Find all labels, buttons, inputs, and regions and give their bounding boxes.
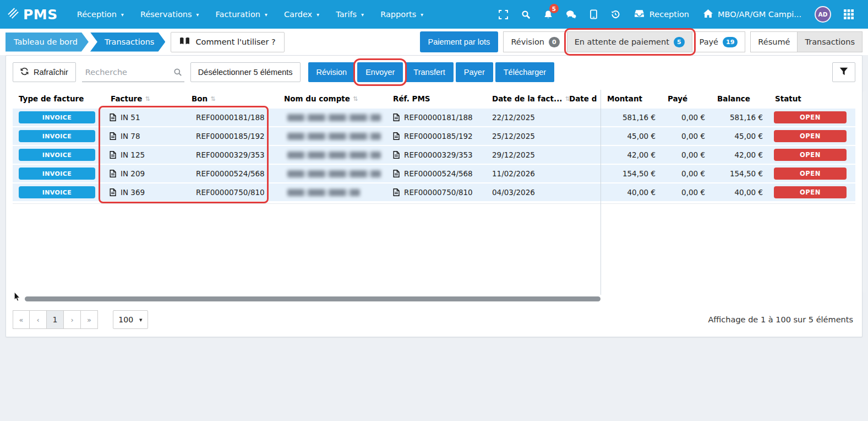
breadcrumb-dashboard[interactable]: Tableau de bord [6,33,89,52]
table-row[interactable]: INVOICE IN 125 REF00000329/353 REF000003… [13,146,855,164]
cell-bon: REF00000750/810 [192,183,284,201]
document-icon [110,114,116,121]
column-header-6: Date d [569,94,600,103]
home-icon [703,9,713,19]
tab-transactions[interactable]: Transactions [798,31,862,52]
search-input[interactable] [82,68,184,77]
send-action-button[interactable]: Envoyer [357,62,403,82]
document-icon [110,188,116,196]
current-page-button[interactable]: 1 [47,310,64,329]
nav-menu-cardex[interactable]: Cardex▾ [276,0,327,29]
cell-due-date-truncated [569,146,600,164]
nav-menu-facturation[interactable]: Facturation▾ [208,0,276,29]
status-badge: OPEN [774,130,847,142]
chat-icon[interactable] [559,0,583,29]
document-icon [110,132,116,140]
status-badge: OPEN [774,111,847,123]
notification-count-badge: 5 [549,4,559,13]
filter-button[interactable] [832,62,855,82]
sort-icon: ⇅ [145,95,150,102]
last-page-button[interactable]: » [81,310,98,329]
cell-due-date-truncated [569,127,600,145]
nav-menu-rapports[interactable]: Rapports▾ [372,0,432,29]
prev-page-button[interactable]: ‹ [30,310,47,329]
invoice-date: 25/12/2025 [492,132,535,141]
deselect-button[interactable]: Désélectionner 5 éléments [190,62,301,82]
breadcrumb: Tableau de bord Transactions [6,33,165,52]
account-name-redacted [287,170,381,177]
cell-invoice-date: 25/12/2025 [487,127,569,145]
pay-action-button[interactable]: Payer [456,62,493,82]
tab-revision[interactable]: Révision0 [503,31,567,52]
workstation-selector[interactable]: Reception [627,9,696,19]
document-icon [393,188,400,196]
cell-balance: 40,00 € [711,183,768,201]
column-header-1[interactable]: Facture⇅ [107,94,192,103]
tab-paid[interactable]: Payé19 [692,31,746,52]
amount-value: 42,00 € [627,150,656,159]
view-tab-group: RésuméTransactions [750,31,862,52]
notifications-bell-icon[interactable]: 5 [537,0,559,29]
document-icon [393,170,400,177]
tab-pending[interactable]: En attente de paiement5 [567,31,692,52]
fullscreen-icon[interactable] [492,0,515,29]
column-header-10: Statut [768,94,855,103]
download-action-button[interactable]: Télécharger [495,62,554,82]
nav-menu-tarifs[interactable]: Tarifs▾ [327,0,372,29]
document-icon [110,151,116,159]
first-page-button[interactable]: « [13,310,30,329]
cell-amount: 40,00 € [600,183,661,201]
status-badge: OPEN [774,149,847,161]
history-icon[interactable] [604,0,627,29]
mouse-cursor [14,292,21,304]
batch-payment-button[interactable]: Paiement par lots [420,31,499,52]
mobile-device-icon[interactable] [583,0,604,29]
horizontal-scrollbar-thumb[interactable] [25,296,600,301]
table-row[interactable]: INVOICE IN 51 REF00000181/188 REF0000018… [13,109,855,126]
breadcrumb-transactions[interactable]: Transactions [90,33,166,52]
transfer-action-button[interactable]: Transfert [405,62,453,82]
tab-summary[interactable]: Résumé [750,31,798,52]
property-selector[interactable]: MBO/AR/GM Campi... [696,9,809,19]
amount-value: 581,16 € [623,113,656,122]
table-row[interactable]: INVOICE IN 209 REF00000524/568 REF000005… [13,165,855,182]
column-header-3[interactable]: Nom du compte⇅ [284,94,387,103]
nav-menu-réservations[interactable]: Réservations▾ [132,0,208,29]
chevron-down-icon: ▾ [265,12,268,18]
bon-reference: REF00000181/188 [196,113,265,122]
column-header-5[interactable]: Date de la fact...⇅ [487,94,569,103]
vertical-scrollbar-track[interactable] [862,91,866,293]
refresh-button[interactable]: Rafraîchir [13,62,76,82]
cell-account-name [284,146,387,164]
how-to-use-button[interactable]: Comment l'utiliser ? [171,32,284,52]
cell-balance: 42,00 € [711,146,768,164]
count-badge: 0 [549,37,560,47]
page-size-select[interactable]: 100 ▾ [113,310,148,329]
table-body: INVOICE IN 51 REF00000181/188 REF0000018… [13,109,855,204]
invoice-date: 22/12/2025 [492,113,535,122]
table-row[interactable]: INVOICE IN 369 REF00000750/810 REF000007… [13,183,855,201]
transactions-table: Type de factureFacture⇅Bon⇅Nom du compte… [13,91,855,204]
table-row[interactable]: INVOICE IN 78 REF00000185/192 REF0000018… [13,127,855,145]
frozen-columns-divider [600,90,601,295]
page-size-value: 100 [118,315,133,324]
cell-amount: 42,00 € [600,146,661,164]
apps-grid-icon[interactable] [837,0,860,29]
nav-menu-réception[interactable]: Réception▾ [69,0,132,29]
next-page-button[interactable]: › [64,310,81,329]
review-action-button[interactable]: Révision [308,62,356,82]
cell-account-name [284,109,387,126]
search-icon[interactable] [515,0,537,29]
cell-facture: IN 51 [107,109,192,126]
app-logo[interactable]: PMS [8,7,58,23]
invoice-type-badge: INVOICE [19,168,95,180]
column-header-2[interactable]: Bon⇅ [192,94,284,103]
amount-value: 45,00 € [627,132,656,141]
bon-reference: REF00000329/353 [196,150,265,159]
pagination-bar: « ‹ 1 › » 100 ▾ Affichage de 1 à 100 sur… [13,310,853,329]
user-avatar[interactable]: AD [815,6,831,23]
navbar-right: 5 Reception MBO/AR/GM Campi... AD [492,0,860,29]
balance-value: 42,00 € [734,150,763,159]
book-icon [179,37,190,47]
sort-icon: ⇅ [210,95,215,102]
